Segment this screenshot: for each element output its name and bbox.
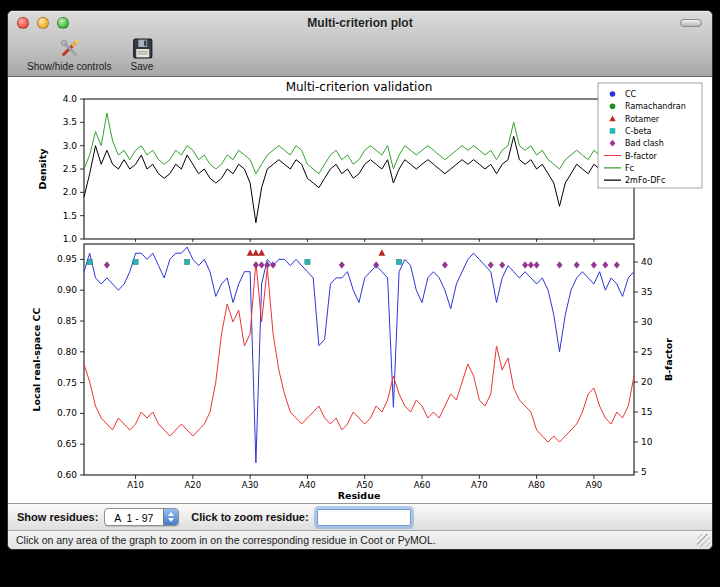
svg-text:2.5: 2.5 <box>63 164 77 174</box>
svg-text:A70: A70 <box>471 480 488 490</box>
density-axis-label: Density <box>37 148 48 190</box>
svg-text:A80: A80 <box>528 480 545 490</box>
toolbar-toggle-button[interactable] <box>680 19 702 27</box>
svg-text:0.65: 0.65 <box>57 439 77 449</box>
plot-area: Multi-criterion validation1.01.52.02.53.… <box>8 77 712 503</box>
svg-text:0.85: 0.85 <box>57 316 77 326</box>
combo-stepper-icon <box>163 509 178 525</box>
svg-text:1.0: 1.0 <box>63 234 78 244</box>
window-chrome: Multi-criterion plot <box>8 11 712 77</box>
svg-text:40: 40 <box>641 257 653 267</box>
toolbar: Show/hide controls Save <box>8 33 712 76</box>
residue-range-select[interactable]: A 1 - 97 <box>104 508 179 526</box>
svg-text:3.5: 3.5 <box>63 117 77 127</box>
residue-axis-label: Residue <box>338 490 381 501</box>
svg-text:0.70: 0.70 <box>57 408 77 418</box>
svg-text:0.90: 0.90 <box>57 285 77 295</box>
svg-text:A10: A10 <box>127 480 144 490</box>
svg-text:A20: A20 <box>185 480 202 490</box>
bottom-axes-frame <box>84 244 634 475</box>
window-title: Multi-criterion plot <box>8 16 712 30</box>
resize-grip[interactable] <box>697 534 710 547</box>
controls-bar: Show residues: A 1 - 97 Click to zoom re… <box>8 503 712 530</box>
svg-text:2.0: 2.0 <box>63 187 78 197</box>
titlebar[interactable]: Multi-criterion plot <box>8 11 712 33</box>
multi-criterion-plot-canvas[interactable]: Multi-criterion validation1.01.52.02.53.… <box>8 77 712 502</box>
legend-label-2mfo-dfc: 2mFo-DFc <box>625 176 665 185</box>
close-button[interactable] <box>17 17 29 29</box>
save-floppy-icon <box>130 36 155 61</box>
bfactor-axis-label: B-factor <box>663 338 674 381</box>
svg-text:15: 15 <box>641 407 652 417</box>
svg-text:30: 30 <box>641 317 653 327</box>
svg-text:0.80: 0.80 <box>57 347 77 357</box>
zoom-window-button[interactable] <box>57 17 69 29</box>
legend: CCRamachandranRotamerC-betaBad clashB-fa… <box>598 83 702 188</box>
svg-text:A40: A40 <box>299 480 316 490</box>
svg-text:A50: A50 <box>356 480 373 490</box>
legend-label-cc: CC <box>625 90 637 99</box>
legend-label-ramachandran: Ramachandran <box>625 102 686 111</box>
show-residues-label: Show residues: <box>17 511 98 523</box>
svg-text:35: 35 <box>641 287 652 297</box>
show-hide-controls-label: Show/hide controls <box>27 61 112 72</box>
top-axes-frame <box>84 99 634 239</box>
svg-text:A60: A60 <box>414 480 431 490</box>
app-window: Multi-criterion plot <box>7 10 713 550</box>
svg-text:0.75: 0.75 <box>57 378 77 388</box>
svg-text:0.95: 0.95 <box>57 254 77 264</box>
zoom-residue-label: Click to zoom residue: <box>191 511 308 523</box>
crossed-tools-icon <box>57 36 82 61</box>
svg-text:0.60: 0.60 <box>57 470 77 480</box>
show-hide-controls-button[interactable]: Show/hide controls <box>18 35 121 73</box>
status-bar: Click on any area of the graph to zoom i… <box>8 530 712 549</box>
svg-text:A90: A90 <box>586 480 603 490</box>
minimize-button[interactable] <box>37 17 49 29</box>
cc-axis-label: Local real-space CC <box>31 307 42 411</box>
save-button[interactable]: Save <box>121 35 164 73</box>
svg-text:20: 20 <box>641 377 653 387</box>
save-label: Save <box>131 61 154 72</box>
chart-title: Multi-criterion validation <box>286 80 433 94</box>
status-text: Click on any area of the graph to zoom i… <box>16 534 436 546</box>
svg-text:25: 25 <box>641 347 652 357</box>
svg-text:10: 10 <box>641 437 653 447</box>
svg-text:1.5: 1.5 <box>63 211 77 221</box>
legend-label-bad-clash: Bad clash <box>625 139 664 148</box>
zoom-residue-input[interactable] <box>317 509 411 526</box>
svg-text:5: 5 <box>641 467 647 477</box>
legend-label-fc: Fc <box>625 164 634 173</box>
svg-text:4.0: 4.0 <box>63 94 78 104</box>
legend-label-b-factor: B-factor <box>625 152 658 161</box>
residue-range-value: A 1 - 97 <box>105 509 163 525</box>
traffic-lights <box>17 17 69 29</box>
legend-label-rotamer: Rotamer <box>625 115 660 124</box>
svg-text:3.0: 3.0 <box>63 141 78 151</box>
legend-label-c-beta: C-beta <box>625 127 652 136</box>
svg-text:A30: A30 <box>242 480 259 490</box>
